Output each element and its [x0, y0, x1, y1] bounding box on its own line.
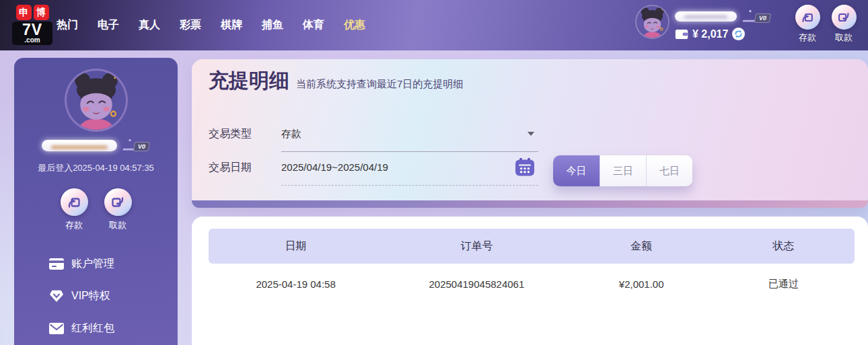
sidebar-item-bonus[interactable]: 红利红包 — [49, 312, 178, 344]
nav-item-hot[interactable]: 热门 — [57, 18, 78, 32]
logo-tile-bo: 博 — [34, 5, 49, 20]
logo-box: 7V .com — [12, 22, 52, 45]
range-3day-button[interactable]: 三日 — [600, 155, 646, 186]
transaction-type-select[interactable]: 存款 — [281, 128, 538, 152]
refresh-balance-icon[interactable] — [732, 28, 745, 40]
balance-line: ¥ 2,017 — [675, 28, 770, 40]
balance-amount: ¥ 2,017 — [692, 28, 728, 40]
site-logo[interactable]: 申 博 7V .com — [12, 5, 52, 45]
page-subtitle: 当前系统支持查询最近7日的充提明细 — [296, 78, 463, 91]
vip-gem-icon — [49, 289, 64, 303]
sidebar-withdraw-label: 取款 — [109, 219, 126, 231]
table-header: 日期 订单号 金额 状态 — [209, 229, 855, 264]
nav-user-cluster: V0 ¥ 2,017 — [637, 6, 770, 40]
sidebar-item-vip[interactable]: VIP特权 — [49, 280, 178, 312]
column-header-order: 订单号 — [383, 239, 570, 254]
deposit-icon — [66, 194, 82, 210]
withdraw-icon — [110, 194, 126, 210]
transaction-date-label: 交易日期 — [209, 161, 252, 175]
transaction-type-value: 存款 — [281, 128, 301, 139]
sidebar-vip-level-tag: V0 — [133, 142, 150, 151]
transaction-type-label: 交易类型 — [209, 127, 252, 141]
bank-card-icon — [49, 258, 64, 270]
sidebar-vip-badge: V0 — [121, 139, 149, 152]
wallet-icon — [675, 29, 688, 40]
vip-badge: V0 — [741, 9, 770, 24]
chevron-down-icon — [528, 132, 534, 136]
nav-withdraw-button[interactable]: 取款 — [829, 5, 859, 44]
logo-suffix: .com — [13, 37, 51, 43]
cell-date: 2025-04-19 04:58 — [209, 278, 383, 290]
range-7day-button[interactable]: 七日 — [646, 155, 692, 186]
sidebar-deposit-label: 存款 — [65, 219, 83, 231]
transaction-date-value: 2025/04/19~2025/04/19 — [281, 161, 388, 173]
nav-item-slots[interactable]: 电子 — [98, 18, 119, 32]
sidebar-username-redacted — [42, 140, 117, 151]
column-header-date: 日期 — [209, 239, 383, 254]
sidebar-deposit-button[interactable]: 存款 — [61, 188, 88, 231]
date-range-group: 今日 三日 七日 — [553, 155, 692, 186]
range-today-button[interactable]: 今日 — [553, 155, 600, 186]
cell-status: 已通过 — [713, 278, 855, 291]
sidebar-menu: 账户管理 VIP特权 红利红包 — [14, 247, 178, 344]
vip-level-tag: V0 — [754, 13, 771, 23]
table-row: 2025-04-19 04:58 20250419045824061 ¥2,00… — [209, 264, 855, 304]
sidebar-avatar — [67, 71, 126, 130]
username-redacted — [675, 11, 737, 22]
cell-amount: ¥2,001.00 — [571, 278, 713, 290]
column-header-amount: 金额 — [571, 239, 713, 254]
logo-tiles: 申 博 — [12, 5, 52, 20]
nav-item-promo[interactable]: 优惠 — [344, 18, 365, 32]
main-nav-menu: 热门 电子 真人 彩票 棋牌 捕鱼 体育 优惠 — [57, 0, 365, 50]
nav-item-sports[interactable]: 体育 — [303, 18, 324, 32]
sidebar-withdraw-button[interactable]: 取款 — [104, 188, 132, 231]
sidebar-item-label: 红利红包 — [71, 321, 114, 336]
page-title: 充提明细 — [209, 67, 289, 95]
sidebar-quick-actions: 存款 取款 — [61, 188, 132, 231]
top-navbar: 申 博 7V .com 热门 电子 真人 彩票 棋牌 捕鱼 体育 优惠 — [0, 0, 868, 50]
sidebar-item-label: VIP特权 — [71, 289, 110, 303]
nav-deposit-button[interactable]: 存款 — [793, 5, 822, 44]
sidebar-item-account[interactable]: 账户管理 — [49, 247, 178, 280]
calendar-icon[interactable] — [515, 157, 534, 176]
nav-item-cards[interactable]: 棋牌 — [221, 18, 242, 32]
sidebar-item-label: 账户管理 — [71, 257, 114, 271]
nav-deposit-label: 存款 — [799, 32, 816, 44]
nav-item-live[interactable]: 真人 — [139, 18, 160, 32]
deposit-icon — [800, 10, 815, 25]
nav-withdraw-label: 取款 — [835, 32, 853, 44]
avatar[interactable] — [637, 6, 668, 38]
nav-item-lottery[interactable]: 彩票 — [180, 18, 201, 32]
logo-tile-shen: 申 — [16, 5, 32, 20]
nav-user-info: V0 ¥ 2,017 — [675, 6, 770, 40]
column-header-status: 状态 — [713, 239, 855, 254]
withdraw-icon — [836, 10, 851, 25]
nav-item-fishing[interactable]: 捕鱼 — [262, 18, 283, 32]
filter-panel: 充提明细 当前系统支持查询最近7日的充提明细 交易类型 存款 交易日期 2025… — [192, 59, 868, 208]
last-login-text: 最后登入2025-04-19 04:57:35 — [38, 162, 154, 174]
sidebar: V0 最后登入2025-04-19 04:57:35 存款 取款 — [14, 58, 178, 345]
records-panel: 日期 订单号 金额 状态 2025-04-19 04:58 2025041904… — [192, 217, 868, 345]
transaction-date-field[interactable]: 2025/04/19~2025/04/19 — [281, 161, 538, 186]
red-envelope-icon — [49, 323, 64, 334]
cell-order-number: 20250419045824061 — [383, 278, 570, 290]
logo-brand: 7V — [13, 22, 51, 38]
